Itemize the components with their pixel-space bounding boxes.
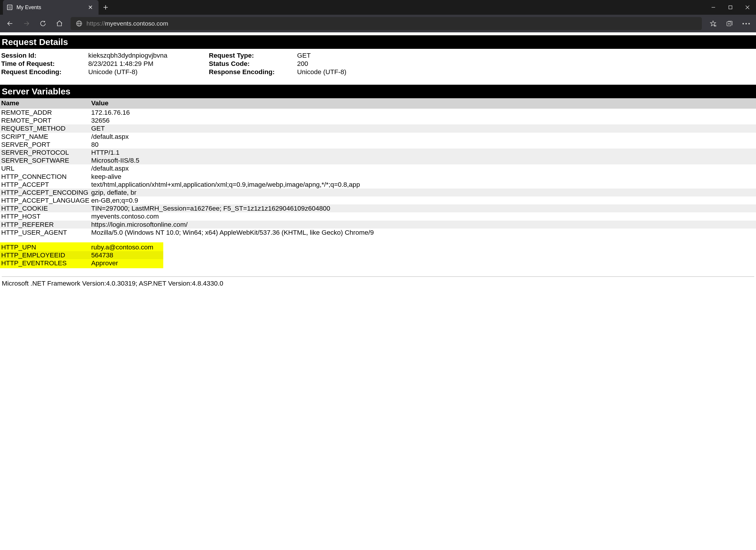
var-name: HTTP_USER_AGENT xyxy=(0,229,90,236)
table-row: REQUEST_METHODGET xyxy=(0,124,756,132)
var-value: keep-alive xyxy=(90,173,756,181)
response-encoding-label: Response Encoding: xyxy=(209,68,297,76)
table-row: HTTP_ACCEPT_LANGUAGEen-GB,en;q=0.9 xyxy=(0,196,756,204)
request-encoding-value: Unicode (UTF-8) xyxy=(88,68,209,76)
var-value: /default.aspx xyxy=(90,133,756,141)
site-info-icon[interactable] xyxy=(76,20,82,27)
url-protocol: https:// xyxy=(86,20,105,27)
table-row: HTTP_ACCEPT_ENCODINGgzip, deflate, br xyxy=(0,189,756,196)
response-encoding-value: Unicode (UTF-8) xyxy=(297,68,755,76)
page-favicon xyxy=(7,5,12,10)
var-value: en-GB,en;q=0.9 xyxy=(90,196,756,204)
request-details-heading: Request Details xyxy=(0,35,756,49)
table-row: REMOTE_ADDR172.16.76.16 xyxy=(0,109,756,116)
new-tab-button[interactable]: ＋ xyxy=(99,0,113,14)
forward-button[interactable] xyxy=(19,16,34,31)
var-name: HTTP_UPN xyxy=(0,243,90,251)
highlighted-row: HTTP_UPNruby.a@contoso.com xyxy=(0,243,163,251)
var-value: TIN=297000; LastMRH_Session=a16276ee; F5… xyxy=(90,204,756,212)
highlighted-vars: HTTP_UPNruby.a@contoso.comHTTP_EMPLOYEEI… xyxy=(0,242,163,268)
var-name: SERVER_PORT xyxy=(0,141,90,149)
window-close-button[interactable] xyxy=(739,0,756,15)
var-value: 172.16.76.16 xyxy=(90,109,756,116)
var-name: HTTP_ACCEPT xyxy=(0,181,90,189)
time-of-request-label: Time of Request: xyxy=(1,60,88,68)
address-url: https://myevents.contoso.com xyxy=(86,20,168,27)
table-row: HTTP_HOSTmyevents.contoso.com xyxy=(0,212,756,220)
var-name: HTTP_ACCEPT_ENCODING xyxy=(0,189,90,196)
server-variables-heading: Server Variables xyxy=(0,85,756,98)
var-value: Approver xyxy=(90,259,163,267)
status-code-value: 200 xyxy=(297,60,755,68)
var-name: URL xyxy=(0,164,90,172)
favorites-button[interactable] xyxy=(706,16,720,31)
time-of-request-value: 8/23/2021 1:48:29 PM xyxy=(88,60,209,68)
var-value: HTTP/1.1 xyxy=(90,149,756,156)
var-value: https://login.microsoftonline.com/ xyxy=(90,221,756,229)
table-row: SERVER_PORT80 xyxy=(0,141,756,149)
table-row: HTTP_USER_AGENTMozilla/5.0 (Windows NT 1… xyxy=(0,229,756,236)
var-name: REMOTE_PORT xyxy=(0,116,90,124)
refresh-button[interactable] xyxy=(36,16,50,31)
browser-toolbar: https://myevents.contoso.com xyxy=(0,15,756,32)
request-type-value: GET xyxy=(297,52,755,59)
var-name: HTTP_REFERER xyxy=(0,221,90,229)
request-details-grid: Session Id: kiekszqbh3dydnpiogvjbvna Req… xyxy=(0,49,756,85)
divider xyxy=(2,276,754,277)
var-name: HTTP_HOST xyxy=(0,212,90,220)
var-value: text/html,application/xhtml+xml,applicat… xyxy=(90,181,756,189)
column-value-header: Value xyxy=(90,98,756,108)
var-value: ruby.a@contoso.com xyxy=(90,243,163,251)
var-name: HTTP_EMPLOYEEID xyxy=(0,251,90,259)
browser-tab[interactable]: My Events ✕ xyxy=(3,0,99,15)
window-controls xyxy=(705,0,756,15)
table-row: HTTP_COOKIETIN=297000; LastMRH_Session=a… xyxy=(0,204,756,212)
browser-titlebar: My Events ✕ ＋ xyxy=(0,0,756,15)
back-button[interactable] xyxy=(3,16,17,31)
table-row: SERVER_SOFTWAREMicrosoft-IIS/8.5 xyxy=(0,156,756,164)
table-row: REMOTE_PORT32656 xyxy=(0,116,756,124)
var-value: gzip, deflate, br xyxy=(90,189,756,196)
session-id-label: Session Id: xyxy=(1,52,88,59)
address-bar[interactable]: https://myevents.contoso.com xyxy=(71,17,702,30)
window-minimize-button[interactable] xyxy=(705,0,722,15)
var-name: SCRIPT_NAME xyxy=(0,133,90,141)
tab-close-button[interactable]: ✕ xyxy=(86,4,94,11)
home-button[interactable] xyxy=(52,16,66,31)
svg-rect-1 xyxy=(729,6,732,9)
table-row: URL/default.aspx xyxy=(0,164,756,172)
table-header-row: Name Value xyxy=(0,98,756,109)
var-name: HTTP_ACCEPT_LANGUAGE xyxy=(0,196,90,204)
tab-title: My Events xyxy=(16,4,82,11)
var-name: REMOTE_ADDR xyxy=(0,109,90,116)
page-content: Request Details Session Id: kiekszqbh3dy… xyxy=(0,32,756,550)
table-row: SERVER_PROTOCOLHTTP/1.1 xyxy=(0,149,756,156)
menu-button[interactable] xyxy=(739,16,753,31)
window-maximize-button[interactable] xyxy=(722,0,739,15)
var-value: 32656 xyxy=(90,116,756,124)
var-name: REQUEST_METHOD xyxy=(0,124,90,132)
table-row: HTTP_ACCEPTtext/html,application/xhtml+x… xyxy=(0,181,756,189)
var-name: HTTP_EVENTROLES xyxy=(0,259,90,267)
request-encoding-label: Request Encoding: xyxy=(1,68,88,76)
var-value: 80 xyxy=(90,141,756,149)
status-code-label: Status Code: xyxy=(209,60,297,68)
highlighted-row: HTTP_EMPLOYEEID564738 xyxy=(0,251,163,259)
collections-button[interactable] xyxy=(722,16,737,31)
request-type-label: Request Type: xyxy=(209,52,297,59)
var-name: SERVER_PROTOCOL xyxy=(0,149,90,156)
var-name: HTTP_COOKIE xyxy=(0,204,90,212)
var-name: HTTP_CONNECTION xyxy=(0,173,90,181)
table-row: HTTP_REFERERhttps://login.microsoftonlin… xyxy=(0,221,756,229)
var-value: GET xyxy=(90,124,756,132)
server-variables-table: Name Value REMOTE_ADDR172.16.76.16REMOTE… xyxy=(0,98,756,268)
var-value: Microsoft-IIS/8.5 xyxy=(90,156,756,164)
var-name: SERVER_SOFTWARE xyxy=(0,156,90,164)
var-value: myevents.contoso.com xyxy=(90,212,756,220)
session-id-value: kiekszqbh3dydnpiogvjbvna xyxy=(88,52,209,59)
blank-row xyxy=(0,236,756,242)
framework-footer: Microsoft .NET Framework Version:4.0.303… xyxy=(0,280,756,293)
table-row: HTTP_CONNECTIONkeep-alive xyxy=(0,173,756,181)
url-host: myevents.contoso.com xyxy=(105,20,168,27)
var-value: 564738 xyxy=(90,251,163,259)
